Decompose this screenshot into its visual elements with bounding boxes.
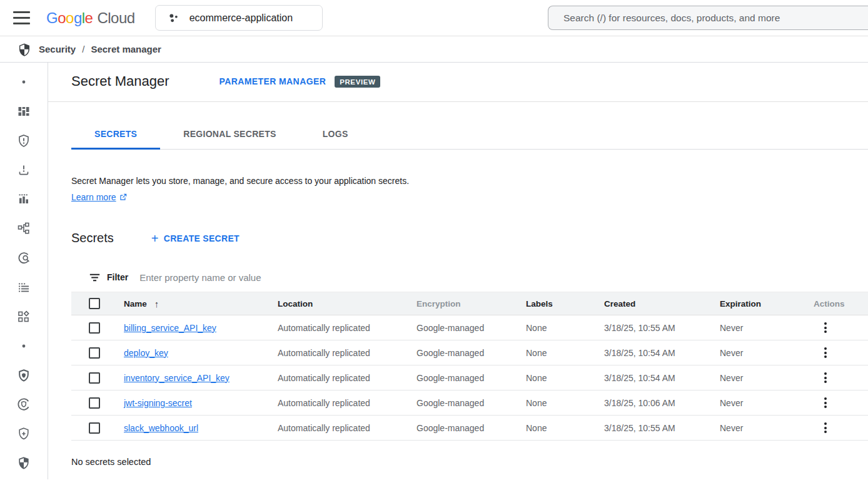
learn-more-link[interactable]: Learn more bbox=[71, 191, 128, 203]
created-cell: 3/18/25, 10:54 AM bbox=[604, 373, 720, 383]
created-cell: 3/18/25, 10:55 AM bbox=[604, 323, 720, 333]
create-secret-label: CREATE SECRET bbox=[164, 233, 240, 243]
description-text: Secret Manager lets you store, manage, a… bbox=[71, 175, 868, 187]
secret-name-link[interactable]: deploy_key bbox=[124, 348, 168, 358]
row-actions-kebab-icon[interactable] bbox=[817, 419, 834, 437]
sidebar-item-2-shield-alert-icon[interactable] bbox=[10, 128, 38, 154]
created-cell: 3/18/25, 10:06 AM bbox=[604, 398, 720, 408]
top-app-bar: Google Cloud ecommerce-application bbox=[0, 0, 868, 36]
secret-name-link[interactable]: slack_webhook_url bbox=[124, 423, 198, 433]
table-row: inventory_service_API_key Automatically … bbox=[71, 365, 868, 391]
row-checkbox[interactable] bbox=[89, 372, 100, 384]
project-selector[interactable]: ecommerce-application bbox=[155, 5, 323, 31]
sidebar-item-0-dot-icon[interactable] bbox=[10, 69, 38, 95]
location-cell: Automatically replicated bbox=[278, 373, 416, 383]
filter-icon bbox=[89, 272, 101, 283]
encryption-cell: Google-managed bbox=[416, 348, 526, 358]
breadcrumb-section[interactable]: Security bbox=[39, 44, 76, 54]
create-secret-button[interactable]: + CREATE SECRET bbox=[151, 233, 240, 243]
row-checkbox-cell bbox=[71, 372, 124, 384]
search-input[interactable] bbox=[548, 13, 868, 24]
learn-more-label: Learn more bbox=[71, 191, 116, 203]
location-cell: Automatically replicated bbox=[278, 423, 416, 433]
table-row: billing_service_API_key Automatically re… bbox=[71, 315, 868, 340]
navigation-menu-icon[interactable] bbox=[6, 3, 36, 33]
selection-status-text: No secrets selected bbox=[71, 457, 868, 467]
labels-cell: None bbox=[526, 398, 604, 408]
cloud-wordmark: Cloud bbox=[97, 9, 134, 27]
sidebar-item-3-report-tray-icon[interactable] bbox=[10, 157, 38, 183]
secret-name-link[interactable]: billing_service_API_key bbox=[124, 323, 216, 333]
select-all-checkbox[interactable] bbox=[89, 298, 100, 309]
column-header-encryption: Encryption bbox=[416, 299, 526, 309]
row-checkbox-cell bbox=[71, 347, 124, 359]
page-header: Secret Manager PARAMETER MANAGER PREVIEW bbox=[48, 63, 868, 89]
location-cell: Automatically replicated bbox=[278, 348, 416, 358]
secret-name-link[interactable]: jwt-signing-secret bbox=[124, 398, 192, 408]
location-cell: Automatically replicated bbox=[278, 323, 416, 333]
labels-cell: None bbox=[526, 373, 604, 383]
table-row: slack_webhook_url Automatically replicat… bbox=[71, 416, 868, 441]
header-divider bbox=[48, 101, 868, 102]
security-shield-icon bbox=[18, 43, 31, 56]
sidebar-item-8-components-icon[interactable] bbox=[10, 304, 38, 330]
column-header-actions: Actions bbox=[814, 299, 868, 309]
tabs: SECRETSREGIONAL SECRETSLOGS bbox=[71, 120, 868, 150]
column-header-expiration: Expiration bbox=[720, 299, 814, 309]
sort-ascending-icon[interactable]: ↑ bbox=[154, 299, 159, 309]
secret-name-link[interactable]: inventory_service_API_key bbox=[124, 373, 230, 383]
row-checkbox-cell bbox=[71, 422, 124, 434]
encryption-cell: Google-managed bbox=[416, 323, 526, 333]
filter-bar: Filter bbox=[71, 263, 868, 292]
row-checkbox[interactable] bbox=[89, 347, 100, 359]
main-content: Secret Manager PARAMETER MANAGER PREVIEW… bbox=[48, 63, 868, 479]
page-title: Secret Manager bbox=[71, 73, 169, 89]
filter-label: Filter bbox=[107, 272, 128, 282]
tab-secrets[interactable]: SECRETS bbox=[71, 120, 160, 150]
table-body: billing_service_API_key Automatically re… bbox=[71, 315, 868, 441]
sidebar-item-1-dashboard-grid-icon[interactable] bbox=[10, 98, 38, 125]
column-header-name[interactable]: Name ↑ bbox=[124, 299, 278, 309]
expiration-cell: Never bbox=[720, 323, 814, 333]
row-actions-kebab-icon[interactable] bbox=[817, 369, 834, 387]
tab-regional-secrets[interactable]: REGIONAL SECRETS bbox=[160, 120, 299, 150]
sidebar-item-6-scan-search-icon[interactable] bbox=[10, 245, 38, 271]
filter-input[interactable] bbox=[139, 272, 868, 283]
row-checkbox[interactable] bbox=[89, 422, 100, 434]
labels-cell: None bbox=[526, 323, 604, 333]
location-cell: Automatically replicated bbox=[278, 398, 416, 408]
row-actions-kebab-icon[interactable] bbox=[817, 319, 834, 337]
project-icon bbox=[167, 11, 181, 25]
sidebar-item-11-compliance-arc-shield-icon[interactable] bbox=[10, 391, 38, 417]
sidebar-item-12-shield-plus-icon[interactable] bbox=[10, 421, 38, 447]
breadcrumb: Security / Secret manager bbox=[0, 36, 868, 63]
breadcrumb-separator: / bbox=[82, 44, 84, 54]
row-actions-kebab-icon[interactable] bbox=[817, 344, 834, 362]
labels-cell: None bbox=[526, 423, 604, 433]
sidebar-item-7-list-icon[interactable] bbox=[10, 274, 38, 300]
row-actions-kebab-icon[interactable] bbox=[817, 394, 834, 412]
google-cloud-logo: Google Cloud bbox=[46, 9, 135, 27]
name-header-label: Name bbox=[124, 299, 147, 309]
sidebar-item-9-dot-icon[interactable] bbox=[10, 333, 38, 359]
breadcrumb-page: Secret manager bbox=[91, 44, 161, 54]
plus-icon: + bbox=[151, 234, 159, 243]
expiration-cell: Never bbox=[720, 398, 814, 408]
parameter-manager-link[interactable]: PARAMETER MANAGER bbox=[220, 76, 326, 86]
sidebar-item-13-shield-quadrant-icon[interactable] bbox=[10, 450, 38, 476]
global-search-bar bbox=[548, 6, 868, 30]
sidebar-item-5-org-chart-icon[interactable] bbox=[10, 215, 38, 242]
sidebar-item-10-shield-badge-icon[interactable] bbox=[10, 362, 38, 389]
header-checkbox-cell bbox=[71, 298, 124, 309]
row-checkbox[interactable] bbox=[89, 397, 100, 409]
column-header-location: Location bbox=[278, 299, 416, 309]
row-checkbox[interactable] bbox=[89, 322, 100, 334]
tab-logs[interactable]: LOGS bbox=[300, 120, 371, 150]
intro-block: Secret Manager lets you store, manage, a… bbox=[71, 175, 868, 203]
external-link-icon bbox=[119, 193, 128, 202]
sidebar-item-4-bar-chart-icon[interactable] bbox=[10, 186, 38, 212]
expiration-cell: Never bbox=[720, 348, 814, 358]
created-cell: 3/18/25, 10:55 AM bbox=[604, 423, 720, 433]
encryption-cell: Google-managed bbox=[416, 373, 526, 383]
table-row: deploy_key Automatically replicated Goog… bbox=[71, 340, 868, 365]
